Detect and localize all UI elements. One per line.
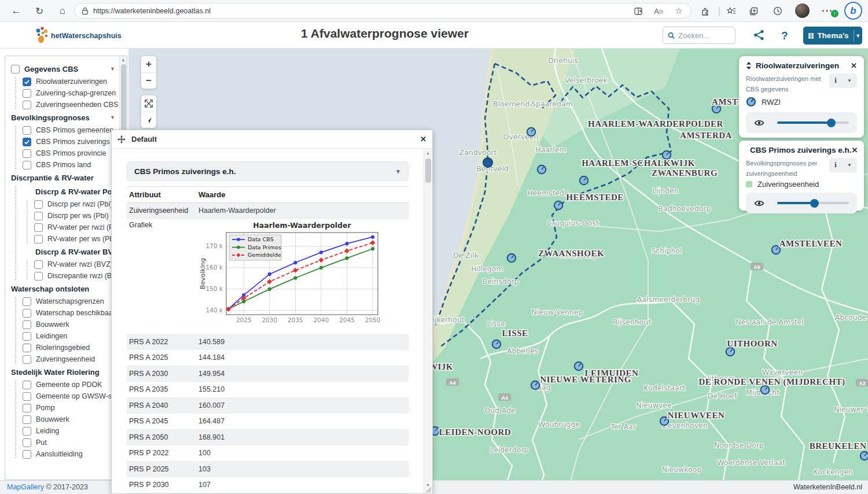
sidebar-group-header[interactable]: Stedelijk Water Riolering▼ [11, 365, 119, 379]
help-button[interactable]: ? [781, 30, 788, 42]
chevron-down-icon[interactable]: ▼ [847, 163, 852, 168]
checkbox[interactable] [23, 101, 31, 109]
checkbox[interactable] [34, 272, 43, 281]
checkbox[interactable] [23, 355, 31, 364]
close-icon[interactable]: ✕ [420, 135, 426, 143]
reorder-icon[interactable] [746, 62, 752, 69]
favorite-star-icon[interactable]: ☆ [672, 4, 686, 18]
checkbox[interactable] [23, 138, 31, 146]
layer-accordion[interactable]: CBS Primos zuiverings e.h. ▼ [127, 161, 409, 181]
sidebar-item[interactable]: CBS Primos gemeenten [23, 124, 119, 136]
sidebar-item[interactable]: Gemeente op PDOK [23, 379, 119, 390]
address-bar[interactable]: https://waterketeninbeeld.geoatlas.nl A)… [74, 3, 692, 19]
sidebar-item[interactable]: Discrp per rwzi (Pbi) [34, 198, 119, 210]
checkbox[interactable] [34, 235, 43, 244]
checkbox[interactable] [23, 320, 31, 329]
rwzi-marker[interactable] [575, 362, 583, 370]
split-screen-icon[interactable] [631, 4, 645, 18]
rwzi-marker[interactable] [761, 386, 769, 394]
checkbox[interactable] [23, 78, 31, 86]
sidebar-item[interactable]: Discrepantie rwzi (BVZ) [34, 270, 119, 282]
checkbox[interactable] [23, 344, 31, 352]
rwzi-marker[interactable] [580, 176, 588, 185]
checkbox[interactable] [23, 89, 31, 98]
slider-thumb[interactable] [810, 199, 819, 208]
opacity-slider[interactable] [777, 202, 849, 204]
sidebar-item[interactable]: Rioolwaterzuiveringen [23, 76, 119, 87]
sidebar-group-header[interactable]: Gegevens CBS▼ [11, 62, 119, 76]
checkbox[interactable] [23, 161, 31, 169]
info-button[interactable]: i▼ [829, 73, 857, 88]
sidebar-item[interactable]: Waterschapsgrenzen [23, 296, 119, 307]
checkbox[interactable] [23, 415, 31, 424]
checkbox[interactable] [23, 392, 31, 401]
checkbox[interactable] [23, 381, 31, 389]
dialog-header[interactable]: Default ✕ [112, 130, 432, 149]
zoom-out-button[interactable]: − [141, 72, 156, 89]
zoom-controls[interactable]: + − [141, 56, 157, 89]
checkbox[interactable] [23, 404, 31, 412]
slider-thumb[interactable] [827, 119, 836, 127]
close-icon[interactable]: ✕ [852, 146, 858, 154]
history-icon[interactable] [771, 4, 785, 18]
checkbox[interactable] [34, 260, 43, 269]
rwzi-marker[interactable] [726, 348, 734, 356]
refresh-button[interactable]: ↻ [32, 4, 46, 18]
sidebar-item[interactable]: Leiding [23, 425, 119, 437]
checkbox[interactable] [34, 212, 43, 220]
chevron-down-icon[interactable]: ▼ [110, 115, 115, 120]
fullscreen-button[interactable] [141, 95, 156, 112]
chevron-down-icon[interactable]: ▼ [110, 66, 115, 72]
rwzi-marker[interactable] [492, 340, 501, 348]
share-button[interactable] [753, 30, 764, 43]
checkbox[interactable] [23, 438, 31, 447]
extensions-icon[interactable] [698, 4, 712, 18]
opacity-slider[interactable] [777, 121, 849, 124]
sidebar-item[interactable]: CBS Primos land [23, 159, 119, 171]
sidebar-item[interactable]: Discrp per ws (Pbi) [34, 210, 119, 222]
sidebar-item[interactable]: Bouwwerk [23, 414, 119, 425]
rwzi-marker[interactable] [483, 158, 492, 167]
rwzi-marker[interactable] [554, 201, 562, 209]
rwzi-marker[interactable] [507, 254, 516, 262]
sidebar-item[interactable]: RV-water per rwzi (Pbi) [34, 222, 119, 233]
sidebar-item[interactable]: Zuivering-schap-grenzen [23, 87, 119, 99]
checkbox[interactable] [23, 149, 31, 158]
profile-avatar[interactable] [795, 3, 810, 18]
sidebar-item[interactable]: Zuiveringseenheid [23, 353, 119, 365]
sidebar-item[interactable]: CBS Primos zuiverings e.h. [23, 136, 119, 148]
dialog-scrollbar[interactable]: ▲ ▼ [424, 149, 432, 494]
home-button[interactable]: ⌂ [56, 4, 69, 18]
search-box[interactable] [663, 27, 735, 44]
sidebar-item[interactable]: CBS Primos provincie [23, 148, 119, 159]
collections-icon[interactable] [746, 4, 760, 18]
checkbox[interactable] [11, 65, 20, 73]
sidebar-group-header[interactable]: Waterschap ontsloten▼ [11, 282, 119, 296]
sidebar-item[interactable]: Bouwwerk [23, 319, 119, 330]
search-input[interactable] [678, 31, 730, 40]
scroll-up-arrow[interactable]: ▲ [121, 57, 126, 62]
checkbox[interactable] [23, 427, 31, 436]
rwzi-marker[interactable] [538, 165, 546, 174]
info-button[interactable]: i▼ [829, 158, 857, 172]
themas-button[interactable]: Thema's ▼ [803, 27, 862, 45]
visibility-eye-icon[interactable] [754, 119, 764, 127]
sidebar-item[interactable]: RV-water per ws (Pbi) [34, 233, 119, 245]
checkbox[interactable] [34, 200, 43, 209]
sidebar-item[interactable]: RV-water rwzi (BVZ) [34, 259, 119, 270]
locate-button[interactable] [141, 112, 156, 128]
sidebar-item[interactable]: Pomp [23, 402, 119, 414]
sidebar-group-header[interactable]: Discrp & RV-water BVZ▼ [23, 245, 119, 259]
chevron-down-icon[interactable]: ▼ [854, 33, 862, 39]
read-aloud-icon[interactable]: A))) [652, 4, 665, 18]
scrollbar-thumb[interactable] [425, 158, 431, 183]
move-icon[interactable] [117, 135, 126, 143]
waterschapshuis-logo[interactable]: hetWaterschapshuis [34, 25, 138, 45]
sidebar-group-header[interactable]: Discrpantie & RV-water▼ [11, 171, 119, 185]
sidebar-item[interactable]: Leidingen [23, 330, 119, 342]
close-icon[interactable]: ✕ [851, 61, 857, 70]
bing-copilot-icon[interactable]: b [844, 2, 862, 20]
sidebar-item[interactable]: Zuiveringseenheden CBS [23, 99, 119, 110]
scroll-up-arrow[interactable]: ▲ [426, 151, 430, 155]
rwzi-marker[interactable] [860, 452, 868, 460]
